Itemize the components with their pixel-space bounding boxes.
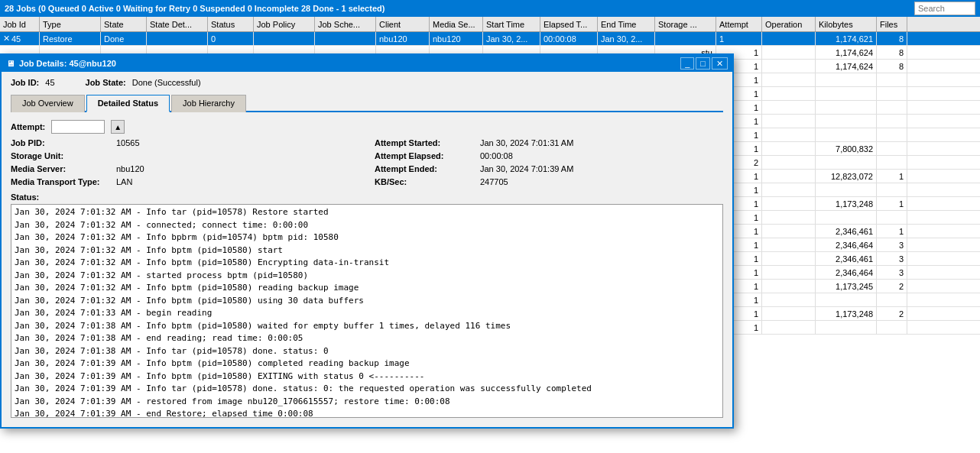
left-field-row-3: Media Transport Type:LAN xyxy=(11,177,359,186)
col-header-jobsche[interactable]: Job Sche... xyxy=(315,17,376,31)
modal-controls: _ □ ✕ xyxy=(680,57,728,70)
status-log-line: Jan 30, 2024 7:01:32 AM - Info bptm (pid… xyxy=(15,257,719,270)
attempt-input[interactable] xyxy=(51,120,105,134)
status-log[interactable]: Jan 30, 2024 7:01:32 AM - Info tar (pid=… xyxy=(11,204,723,418)
job-state-value: Done (Successful) xyxy=(132,78,201,87)
cell-operation xyxy=(762,32,816,45)
col-header-operation[interactable]: Operation xyxy=(762,17,816,31)
data-cell: 1,173,248 xyxy=(816,197,877,210)
modal-maximize-button[interactable]: □ xyxy=(696,57,710,70)
data-cell: 3 xyxy=(877,266,907,279)
data-cell xyxy=(816,87,877,100)
col-header-attempt[interactable]: Attempt xyxy=(716,17,762,31)
modal-icon: 🖥 xyxy=(6,59,15,68)
info-left: Job PID:10565Storage Unit:Media Server:n… xyxy=(11,138,359,186)
data-cell xyxy=(877,293,907,306)
status-label: Status: xyxy=(11,193,723,202)
data-cell: 2,346,464 xyxy=(816,238,877,251)
tab-job-overview[interactable]: Job Overview xyxy=(11,95,85,112)
data-cell xyxy=(877,115,907,128)
data-cell: 2 xyxy=(877,307,907,320)
attempt-label: Attempt: xyxy=(11,122,45,131)
cell-statedet xyxy=(147,32,208,45)
status-log-line: Jan 30, 2024 7:01:32 AM - Info bptm (pid… xyxy=(15,244,719,257)
col-header-files[interactable]: Files xyxy=(877,17,907,31)
left-field-value-2: nbu120 xyxy=(116,164,144,173)
col-header-storage[interactable]: Storage ... xyxy=(655,17,716,31)
tab-job-hierarchy[interactable]: Job Hierarchy xyxy=(171,95,246,112)
tabs-bar: Job OverviewDetailed StatusJob Hierarchy xyxy=(11,93,723,112)
left-field-row-2: Media Server:nbu120 xyxy=(11,164,359,173)
col-header-type[interactable]: Type xyxy=(40,17,101,31)
data-cell xyxy=(816,211,877,224)
data-cell xyxy=(762,115,816,128)
detail-content: Attempt: ▲ Job PID:10565Storage Unit:Med… xyxy=(11,112,723,421)
data-cell: 1 xyxy=(877,225,907,238)
column-headers: Job IdTypeStateState Det...StatusJob Pol… xyxy=(0,17,980,32)
col-header-state[interactable]: State xyxy=(101,17,147,31)
col-header-endtime[interactable]: End Time xyxy=(598,17,655,31)
col-header-starttime[interactable]: Start Time xyxy=(483,17,540,31)
tab-detailed-status[interactable]: Detailed Status xyxy=(86,95,170,112)
col-header-jobpolicy[interactable]: Job Policy xyxy=(254,17,315,31)
data-cell xyxy=(877,142,907,155)
data-cell xyxy=(816,293,877,306)
attempt-row: Attempt: ▲ xyxy=(11,120,723,134)
data-cell xyxy=(762,321,816,334)
modal-close-button[interactable]: ✕ xyxy=(712,57,728,70)
modal-body: Job ID: 45 Job State: Done (Successful) … xyxy=(2,72,732,427)
col-header-elapsedt[interactable]: Elapsed T... xyxy=(540,17,598,31)
job-state-label: Job State: xyxy=(86,78,126,87)
data-cell xyxy=(816,101,877,114)
right-field-value-0: Jan 30, 2024 7:01:31 AM xyxy=(480,138,573,147)
modal-title-bar: 🖥 Job Details: 45@nbu120 _ □ ✕ xyxy=(2,55,732,72)
status-log-line: Jan 30, 2024 7:01:32 AM - Info bptm (pid… xyxy=(15,295,719,308)
col-header-statedet[interactable]: State Det... xyxy=(147,17,208,31)
data-cell: 1,173,248 xyxy=(816,307,877,320)
data-cell xyxy=(816,128,877,141)
data-cell xyxy=(762,46,816,59)
left-field-label-3: Media Transport Type: xyxy=(11,177,110,186)
info-right: Attempt Started:Jan 30, 2024 7:01:31 AMA… xyxy=(375,138,723,186)
right-field-label-2: Attempt Ended: xyxy=(375,164,474,173)
data-cell: 3 xyxy=(877,252,907,265)
data-cell xyxy=(762,87,816,100)
data-cell: 8 xyxy=(877,46,907,59)
col-header-jobid[interactable]: Job Id xyxy=(0,17,40,31)
job-id-value: 45 xyxy=(45,78,54,87)
data-cell xyxy=(762,156,816,169)
col-header-status[interactable]: Status xyxy=(208,17,254,31)
cell-policy xyxy=(254,32,315,45)
data-cell: 1,174,624 xyxy=(816,60,877,73)
data-cell xyxy=(762,293,816,306)
cell-starttime: Jan 30, 2... xyxy=(483,32,540,45)
left-field-label-2: Media Server: xyxy=(11,164,110,173)
modal-top-row: Job ID: 45 Job State: Done (Successful) xyxy=(11,78,723,87)
selected-data-row[interactable]: ✕ 45 Restore Done 0 nbu120 nbu120 Jan 30… xyxy=(0,32,980,46)
cell-endtime: Jan 30, 2... xyxy=(598,32,655,45)
data-cell xyxy=(762,211,816,224)
attempt-increment-button[interactable]: ▲ xyxy=(111,120,125,134)
status-log-line: Jan 30, 2024 7:01:39 AM - restored from … xyxy=(15,396,719,409)
right-field-row-3: KB/Sec:247705 xyxy=(375,177,723,186)
status-log-line: Jan 30, 2024 7:01:38 AM - end reading; r… xyxy=(15,332,719,345)
cell-files: 8 xyxy=(877,32,907,45)
status-log-line: Jan 30, 2024 7:01:32 AM - started proces… xyxy=(15,270,719,283)
cell-status: 0 xyxy=(208,32,254,45)
data-cell xyxy=(816,183,877,196)
col-header-kilobytes[interactable]: Kilobytes xyxy=(816,17,877,31)
col-header-client[interactable]: Client xyxy=(376,17,430,31)
data-cell xyxy=(762,225,816,238)
main-window-title: 28 Jobs (0 Queued 0 Active 0 Waiting for… xyxy=(5,4,385,13)
data-cell: 12,823,072 xyxy=(816,170,877,183)
col-header-mediase[interactable]: Media Se... xyxy=(430,17,483,31)
data-cell: 2 xyxy=(877,280,907,293)
left-field-label-1: Storage Unit: xyxy=(11,151,110,160)
data-cell xyxy=(816,321,877,334)
right-field-value-2: Jan 30, 2024 7:01:39 AM xyxy=(480,164,573,173)
main-search-input[interactable] xyxy=(914,2,975,15)
data-cell xyxy=(762,73,816,86)
right-field-row-1: Attempt Elapsed:00:00:08 xyxy=(375,151,723,160)
modal-minimize-button[interactable]: _ xyxy=(680,57,694,70)
data-cell xyxy=(877,128,907,141)
